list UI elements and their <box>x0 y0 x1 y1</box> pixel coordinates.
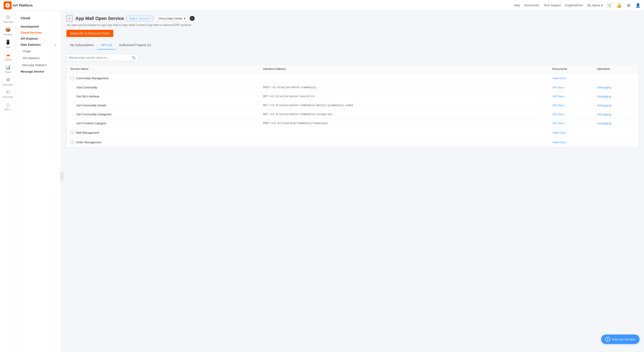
search-input[interactable] <box>69 56 130 59</box>
expand-icon[interactable]: + <box>70 140 74 144</box>
switch-service-button[interactable]: Switch Service ▾ <box>127 16 153 21</box>
sidebar-item-label: Overview <box>3 21 13 23</box>
sidebar-item-product[interactable]: 📦 Product <box>0 25 16 38</box>
data-center-chevron-icon: ▾ <box>184 17 186 20</box>
search-icon[interactable]: 🔍 <box>132 55 136 60</box>
view-docs-link[interactable]: View Docs <box>552 77 566 80</box>
api-address-commodity-categories: GET:/v1.0/sellercenter/commodity/categor… <box>260 110 549 119</box>
tab-my-subscriptions[interactable]: My Subscriptions <box>66 41 98 49</box>
nav-data-statistics[interactable]: Data Statistics ▲ <box>16 42 61 48</box>
logo[interactable]: IoT Platform <box>4 1 33 9</box>
api-docs-link[interactable]: API Docs <box>552 122 564 125</box>
data-center-selector[interactable]: China Data Center ▾ <box>156 16 188 21</box>
sidebar-item-vas[interactable]: ◇ VAS ↗ <box>0 100 16 113</box>
api-debug-commodity-details: Debugging <box>594 101 638 110</box>
nav-help-link[interactable]: Help <box>514 3 520 7</box>
api-docs-commodity-categories: API Docs <box>549 110 594 119</box>
sidebar-item-purchase[interactable]: 🏷 Purchase <box>0 88 16 100</box>
my-space-menu[interactable]: My Space ▾ <box>587 3 603 7</box>
nav-cloud-services[interactable]: Cloud Services <box>16 29 61 36</box>
col-service-name: Service Name <box>66 64 260 73</box>
expand-icon[interactable]: + <box>70 131 74 135</box>
order-management-group: + Order Management <box>66 138 260 147</box>
main-content: ← App Mall Open Service Switch Service ▾… <box>61 11 644 352</box>
api-name-sku-attr: Get SKU Attribute <box>66 92 260 101</box>
api-address-frontend-category: POST:/v1.0/cloud/ecm/commodity/showcases <box>260 119 549 128</box>
sidebar-item-data[interactable]: 📊 Data <box>0 63 16 75</box>
group-name-label: Commodity Management <box>76 77 108 80</box>
debugging-link[interactable]: Debugging <box>597 95 611 98</box>
subscribe-button[interactable]: Subscribe to Resource Pack <box>66 30 113 37</box>
sidebar-item-app[interactable]: 📱 App <box>0 38 16 50</box>
apps-grid-icon[interactable]: ⊞ <box>626 3 631 8</box>
api-name-commodity-categories: Get Commodity Categories <box>66 110 260 119</box>
sidebar-collapse-handle[interactable]: ‹ <box>60 172 64 180</box>
language-selector[interactable]: English(EN) ▾ <box>565 3 583 7</box>
header-right-cluster: China Data Center ▾ i <box>156 16 195 21</box>
order-management-docs: View Docs <box>549 138 594 147</box>
info-icon[interactable]: i <box>190 16 195 21</box>
sidebar-item-label: Cloud <box>5 58 11 61</box>
nav-tech-support-link[interactable]: Tech Support <box>544 3 561 7</box>
page-header: ← App Mall Open Service Switch Service ▾… <box>66 15 638 21</box>
nav-message-service[interactable]: Message Service <box>16 68 61 75</box>
user-avatar-icon[interactable]: 👤 <box>636 3 640 8</box>
vas-icon: ◇ <box>6 102 10 107</box>
api-docs-link[interactable]: API Docs <box>552 104 564 107</box>
sidebar-item-label: VAS ↗ <box>4 108 12 111</box>
top-nav-links: Help Documents Tech Support English(EN) … <box>514 3 640 8</box>
sidebar-item-label: Purchase <box>3 96 13 98</box>
nav-message-statistics[interactable]: Message Statistics <box>16 62 61 68</box>
api-docs-sku-attr: API Docs <box>549 92 594 101</box>
view-docs-link[interactable]: View Docs <box>552 131 566 134</box>
purchase-icon: 🏷 <box>6 90 10 95</box>
commodity-management-group: − Commodity Management <box>66 73 260 83</box>
api-docs-link[interactable]: API Docs <box>552 113 564 116</box>
view-docs-link[interactable]: View Docs <box>552 141 566 144</box>
top-nav: IoT Platform Help Documents Tech Support… <box>0 0 644 11</box>
layout: ⊡ Overview 📦 Product 📱 App ☁ Cloud 📊 Dat… <box>0 0 644 352</box>
mall-management-docs: View Docs <box>549 128 594 137</box>
debugging-link[interactable]: Debugging <box>597 104 611 107</box>
nav-api-statistics[interactable]: API Statistics <box>16 55 61 62</box>
debugging-link[interactable]: Debugging <box>597 86 611 89</box>
sidebar-item-label: Data <box>6 71 10 73</box>
api-address-commodity-details: GET:/v1.0/sellercenter/commodity/detail/… <box>260 101 549 110</box>
sidebar-item-overview[interactable]: ⊡ Overview <box>0 12 16 25</box>
sidebar-item-cloud[interactable]: ☁ Cloud <box>0 50 16 63</box>
api-docs-link[interactable]: API Docs <box>552 95 564 98</box>
nav-api-explorer[interactable]: API Explorer <box>16 36 61 42</box>
search-row: 🔍 <box>66 54 638 61</box>
nav-usage[interactable]: Usage <box>16 48 61 55</box>
help-circle-icon: ? <box>605 337 610 342</box>
table-row: Get SKU Attribute GET:/v1.0/sellercenter… <box>66 92 638 101</box>
sidebar-item-operation[interactable]: ⚙ Operation <box>0 75 16 88</box>
api-docs-commodity-details: API Docs <box>549 101 594 110</box>
data-icon: 📊 <box>5 64 11 70</box>
table-row: Get Commodity Details GET:/v1.0/sellerce… <box>66 101 638 110</box>
logo-icon <box>4 1 12 9</box>
app-icon: 📱 <box>5 39 11 45</box>
api-address-sku-attr: GET:/v1.0/sellercenter/sku/attrs <box>260 92 549 101</box>
product-icon: 📦 <box>5 27 11 32</box>
table-row: + Order Management View Docs <box>66 138 638 147</box>
operation-icon: ⚙ <box>6 77 10 82</box>
api-table: Service Name Interface Address Documents… <box>66 64 638 147</box>
debugging-link[interactable]: Debugging <box>597 122 611 125</box>
nav-development[interactable]: Development <box>16 23 61 29</box>
tab-authorized-projects[interactable]: Authorized Projects (1) <box>116 41 154 49</box>
expand-collapse-icon[interactable]: − <box>70 76 74 80</box>
icon-sidebar: ⊡ Overview 📦 Product 📱 App ☁ Cloud 📊 Dat… <box>0 11 16 352</box>
help-and-services-button[interactable]: ? Help and Services <box>601 335 640 344</box>
api-docs-add-commodity: API Docs <box>549 83 594 92</box>
debugging-link[interactable]: Debugging <box>597 113 611 116</box>
notifications-icon[interactable]: 🔔 <box>617 3 622 8</box>
api-docs-link[interactable]: API Docs <box>552 86 564 89</box>
nav-documents-link[interactable]: Documents <box>524 3 539 7</box>
commodity-management-docs: View Docs <box>549 74 594 83</box>
tab-api-list[interactable]: API List <box>98 41 116 49</box>
api-address-add-commodity: POST:/v1.0/sellercenter/commodity <box>260 83 549 92</box>
col-operation: Operation <box>594 64 638 73</box>
cart-icon[interactable]: 🛒 <box>607 3 612 8</box>
back-button[interactable]: ← <box>66 15 73 21</box>
